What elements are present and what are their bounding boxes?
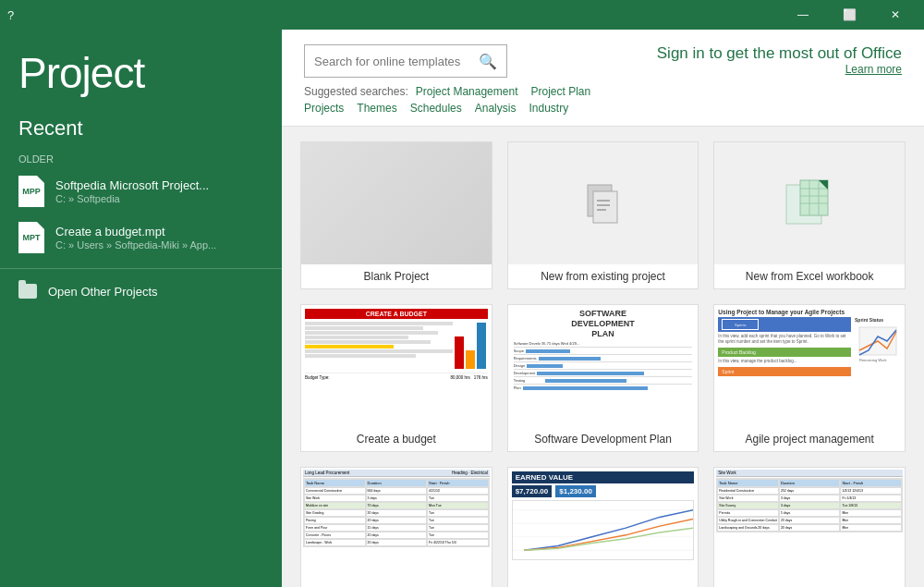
tags-row: Projects Themes Schedules Analysis Indus… (304, 102, 902, 115)
right-panel: 🔍 Sign in to get the most out of Office … (282, 30, 924, 587)
minimize-button[interactable]: — (782, 0, 824, 30)
recent-heading: Recent (0, 107, 282, 146)
template-row-2: CREATE A BUDGET (300, 304, 906, 452)
open-label: Open Other Projects (48, 285, 158, 299)
file-icon-1: MPP (18, 176, 44, 207)
close-button[interactable]: ✕ (874, 0, 917, 30)
template-residential[interactable]: Site Work Task Name Duration Start - Fin… (713, 467, 906, 587)
learn-more-link[interactable]: Learn more (526, 63, 902, 76)
svg-text:Remaining Work: Remaining Work (859, 358, 887, 362)
template-label-agile: Agile project management (714, 427, 905, 451)
template-new-excel[interactable]: New from Excel workbook (713, 141, 906, 289)
templates-grid: Blank Project (282, 127, 924, 587)
template-commercial[interactable]: Long Lead Procurement Heading · Electric… (300, 467, 492, 587)
file-path-1: C: » Softpedia (55, 193, 209, 204)
template-blank-project[interactable]: Blank Project (300, 141, 492, 289)
search-icon[interactable]: 🔍 (479, 53, 497, 70)
file-name-1: Softpedia Microsoft Project... (55, 178, 209, 194)
template-row-3: Long Lead Procurement Heading · Electric… (300, 467, 906, 587)
template-row-1: Blank Project (300, 141, 906, 289)
suggested-project-plan[interactable]: Project Plan (530, 85, 590, 98)
template-preview-new-existing (508, 142, 699, 264)
template-label-blank: Blank Project (301, 264, 492, 288)
svg-rect-6 (800, 180, 828, 215)
older-label: Older (0, 146, 282, 168)
template-preview-agile: Using Project to Manage your Agile Proje… (714, 305, 905, 427)
file-icon-2: MPT (18, 222, 44, 253)
search-input[interactable] (314, 55, 471, 68)
agile-chart: Remaining Work (855, 323, 901, 369)
template-preview-software: SOFTWAREDEVELOPMENTPLAN Software Develo … (508, 305, 699, 427)
template-budget[interactable]: CREATE A BUDGET (300, 304, 492, 452)
sidebar: Project Recent Older MPP Softpedia Micro… (0, 30, 282, 587)
template-label-new-excel: New from Excel workbook (714, 264, 905, 288)
app-body: Project Recent Older MPP Softpedia Micro… (0, 30, 924, 587)
tag-themes[interactable]: Themes (357, 102, 396, 115)
sidebar-divider (0, 268, 282, 269)
template-preview-new-excel (714, 142, 905, 264)
template-software[interactable]: SOFTWAREDEVELOPMENTPLAN Software Develo … (507, 304, 699, 452)
template-preview-residential: Site Work Task Name Duration Start - Fin… (714, 468, 905, 587)
search-bar[interactable]: 🔍 (304, 44, 507, 78)
recent-file-1[interactable]: MPP Softpedia Microsoft Project... C: » … (0, 168, 282, 214)
folder-icon (18, 284, 37, 299)
template-new-existing[interactable]: New from existing project (507, 141, 699, 289)
suggested-row: Suggested searches: Project Management P… (304, 85, 902, 98)
template-preview-earned: EARNED VALUE $7,720.00 $1,230.00 (508, 468, 699, 587)
excel-icon (782, 176, 837, 231)
suggested-label: Suggested searches: (304, 85, 408, 98)
recent-file-2[interactable]: MPT Create a budget.mpt C: » Users » Sof… (0, 214, 282, 261)
tag-projects[interactable]: Projects (304, 102, 344, 115)
title-bar: ? — ⬜ ✕ (0, 0, 924, 30)
template-label-budget: Create a budget (301, 427, 492, 451)
tag-industry[interactable]: Industry (529, 102, 568, 115)
template-label-software: Software Development Plan (508, 427, 699, 451)
template-preview-blank (301, 142, 492, 264)
template-earned[interactable]: EARNED VALUE $7,720.00 $1,230.00 (507, 467, 699, 587)
header-top: 🔍 Sign in to get the most out of Office … (304, 44, 902, 78)
template-preview-budget: CREATE A BUDGET (301, 305, 492, 427)
help-icon[interactable]: ? (7, 8, 14, 22)
tag-schedules[interactable]: Schedules (410, 102, 462, 115)
svg-rect-1 (593, 191, 617, 223)
sign-in-area: Sign in to get the most out of Office Le… (526, 44, 902, 76)
earned-chart (513, 501, 694, 559)
new-existing-icon (580, 180, 626, 226)
sign-in-text: Sign in to get the most out of Office (526, 44, 902, 63)
maximize-button[interactable]: ⬜ (828, 0, 870, 30)
open-other-projects[interactable]: Open Other Projects (0, 276, 282, 306)
right-header: 🔍 Sign in to get the most out of Office … (282, 30, 924, 127)
app-title: Project (0, 48, 282, 107)
file-path-2: C: » Users » Softpedia-Miki » App... (55, 239, 216, 251)
file-name-2: Create a budget.mpt (55, 225, 216, 240)
template-label-new-existing: New from existing project (508, 264, 699, 288)
template-agile[interactable]: Using Project to Manage your Agile Proje… (713, 304, 906, 452)
tag-analysis[interactable]: Analysis (475, 102, 517, 115)
suggested-project-management[interactable]: Project Management (416, 85, 518, 98)
template-preview-commercial: Long Lead Procurement Heading · Electric… (301, 468, 492, 587)
